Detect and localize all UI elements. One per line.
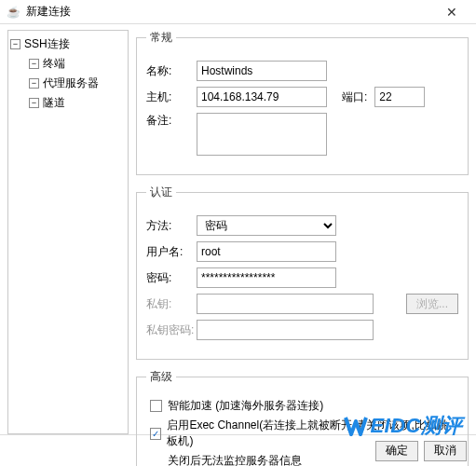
tree-item-label: 隧道 xyxy=(43,95,65,111)
collapse-icon[interactable]: − xyxy=(29,78,39,89)
method-select[interactable]: 密码 xyxy=(197,215,336,236)
label-exec-note: 关闭后无法监控服务器信息 xyxy=(168,453,302,466)
name-input[interactable] xyxy=(197,61,327,81)
label-username: 用户名: xyxy=(146,244,197,260)
legend-auth: 认证 xyxy=(146,185,176,200)
label-method: 方法: xyxy=(146,218,197,234)
main-panel: 常规 名称: 主机: 端口: 备注: 认证 方法: xyxy=(136,30,469,434)
password-input[interactable] xyxy=(197,267,336,288)
label-port: 端口: xyxy=(342,89,367,105)
ok-button[interactable]: 确定 xyxy=(375,441,418,461)
collapse-icon[interactable]: − xyxy=(29,98,39,108)
collapse-icon[interactable]: − xyxy=(29,59,39,69)
label-name: 名称: xyxy=(146,63,197,79)
checkbox-accel[interactable] xyxy=(150,400,162,412)
tree-root-ssh[interactable]: − SSH连接 xyxy=(10,34,126,54)
window-title: 新建连接 xyxy=(26,4,433,20)
group-auth: 认证 方法: 密码 用户名: 密码: 私钥: 浏览... xyxy=(136,185,469,360)
close-button[interactable]: ✕ xyxy=(433,1,470,23)
checkbox-exec[interactable]: ✓ xyxy=(150,428,161,440)
tree-item-terminal[interactable]: − 终端 xyxy=(29,54,126,74)
tree-root-label: SSH连接 xyxy=(24,36,70,52)
titlebar: ☕ 新建连接 ✕ xyxy=(0,0,476,24)
username-input[interactable] xyxy=(197,241,336,262)
legend-general: 常规 xyxy=(146,30,176,46)
label-note: 备注: xyxy=(146,113,197,129)
row-accel[interactable]: 智能加速 (加速海外服务器连接) xyxy=(150,398,458,414)
label-privatekey: 私钥: xyxy=(146,296,197,312)
tree-item-label: 终端 xyxy=(43,56,65,72)
label-accel: 智能加速 (加速海外服务器连接) xyxy=(168,398,323,414)
tree-item-tunnel[interactable]: − 隧道 xyxy=(29,93,126,113)
cancel-button[interactable]: 取消 xyxy=(424,441,467,461)
label-host: 主机: xyxy=(146,89,197,105)
privatekey-input xyxy=(197,294,374,314)
app-icon: ☕ xyxy=(6,5,20,20)
sidebar: − SSH连接 − 终端 − 代理服务器 − 隧道 xyxy=(7,30,129,434)
group-advanced: 高级 智能加速 (加速海外服务器连接) ✓ 启用Exec Channel(若连接… xyxy=(136,369,469,466)
label-keypass: 私钥密码: xyxy=(146,322,197,338)
host-input[interactable] xyxy=(197,87,327,107)
note-textarea[interactable] xyxy=(197,113,327,156)
legend-advanced: 高级 xyxy=(146,369,176,385)
keypass-input xyxy=(197,320,374,340)
collapse-icon[interactable]: − xyxy=(10,39,20,49)
browse-button: 浏览... xyxy=(406,294,458,314)
group-general: 常规 名称: 主机: 端口: 备注: xyxy=(136,30,469,175)
close-icon: ✕ xyxy=(446,5,457,20)
content-area: − SSH连接 − 终端 − 代理服务器 − 隧道 常规 名称: xyxy=(0,24,476,434)
label-password: 密码: xyxy=(146,270,197,286)
tree-item-proxy[interactable]: − 代理服务器 xyxy=(29,74,126,93)
tree-item-label: 代理服务器 xyxy=(43,75,99,91)
port-input[interactable] xyxy=(374,87,425,107)
